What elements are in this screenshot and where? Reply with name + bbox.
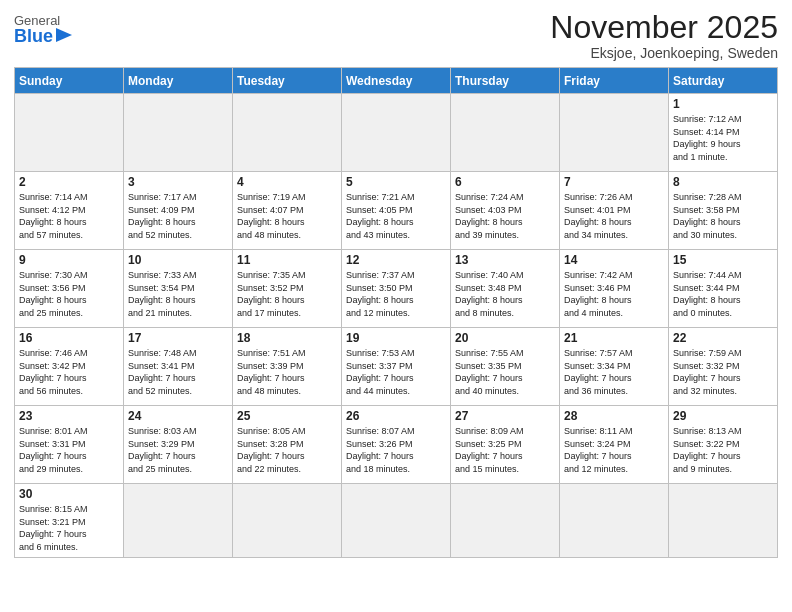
day-number: 23	[19, 409, 119, 423]
table-row	[342, 484, 451, 557]
day-info: Sunrise: 7:46 AM Sunset: 3:42 PM Dayligh…	[19, 347, 119, 397]
table-row: 27Sunrise: 8:09 AM Sunset: 3:25 PM Dayli…	[451, 406, 560, 484]
table-row: 17Sunrise: 7:48 AM Sunset: 3:41 PM Dayli…	[124, 328, 233, 406]
day-info: Sunrise: 7:26 AM Sunset: 4:01 PM Dayligh…	[564, 191, 664, 241]
day-number: 6	[455, 175, 555, 189]
table-row	[124, 484, 233, 557]
table-row: 2Sunrise: 7:14 AM Sunset: 4:12 PM Daylig…	[15, 172, 124, 250]
table-row: 13Sunrise: 7:40 AM Sunset: 3:48 PM Dayli…	[451, 250, 560, 328]
table-row	[342, 94, 451, 172]
day-number: 7	[564, 175, 664, 189]
table-row: 25Sunrise: 8:05 AM Sunset: 3:28 PM Dayli…	[233, 406, 342, 484]
day-number: 21	[564, 331, 664, 345]
day-info: Sunrise: 8:13 AM Sunset: 3:22 PM Dayligh…	[673, 425, 773, 475]
day-info: Sunrise: 7:59 AM Sunset: 3:32 PM Dayligh…	[673, 347, 773, 397]
col-friday: Friday	[560, 68, 669, 94]
table-row: 16Sunrise: 7:46 AM Sunset: 3:42 PM Dayli…	[15, 328, 124, 406]
day-number: 27	[455, 409, 555, 423]
col-monday: Monday	[124, 68, 233, 94]
day-info: Sunrise: 7:24 AM Sunset: 4:03 PM Dayligh…	[455, 191, 555, 241]
day-number: 14	[564, 253, 664, 267]
table-row: 22Sunrise: 7:59 AM Sunset: 3:32 PM Dayli…	[669, 328, 778, 406]
col-sunday: Sunday	[15, 68, 124, 94]
table-row: 9Sunrise: 7:30 AM Sunset: 3:56 PM Daylig…	[15, 250, 124, 328]
table-row	[233, 484, 342, 557]
day-number: 30	[19, 487, 119, 501]
table-row: 30Sunrise: 8:15 AM Sunset: 3:21 PM Dayli…	[15, 484, 124, 557]
table-row: 20Sunrise: 7:55 AM Sunset: 3:35 PM Dayli…	[451, 328, 560, 406]
day-number: 29	[673, 409, 773, 423]
day-info: Sunrise: 7:33 AM Sunset: 3:54 PM Dayligh…	[128, 269, 228, 319]
table-row: 11Sunrise: 7:35 AM Sunset: 3:52 PM Dayli…	[233, 250, 342, 328]
table-row	[124, 94, 233, 172]
day-number: 25	[237, 409, 337, 423]
day-info: Sunrise: 7:57 AM Sunset: 3:34 PM Dayligh…	[564, 347, 664, 397]
day-info: Sunrise: 8:07 AM Sunset: 3:26 PM Dayligh…	[346, 425, 446, 475]
table-row	[669, 484, 778, 557]
table-row: 3Sunrise: 7:17 AM Sunset: 4:09 PM Daylig…	[124, 172, 233, 250]
day-info: Sunrise: 7:48 AM Sunset: 3:41 PM Dayligh…	[128, 347, 228, 397]
day-number: 26	[346, 409, 446, 423]
logo-triangle-icon	[56, 28, 72, 42]
table-row: 5Sunrise: 7:21 AM Sunset: 4:05 PM Daylig…	[342, 172, 451, 250]
day-number: 11	[237, 253, 337, 267]
col-thursday: Thursday	[451, 68, 560, 94]
day-number: 3	[128, 175, 228, 189]
day-info: Sunrise: 8:01 AM Sunset: 3:31 PM Dayligh…	[19, 425, 119, 475]
day-number: 9	[19, 253, 119, 267]
day-info: Sunrise: 8:09 AM Sunset: 3:25 PM Dayligh…	[455, 425, 555, 475]
day-number: 28	[564, 409, 664, 423]
day-info: Sunrise: 7:28 AM Sunset: 3:58 PM Dayligh…	[673, 191, 773, 241]
day-number: 24	[128, 409, 228, 423]
table-row: 4Sunrise: 7:19 AM Sunset: 4:07 PM Daylig…	[233, 172, 342, 250]
day-info: Sunrise: 7:12 AM Sunset: 4:14 PM Dayligh…	[673, 113, 773, 163]
table-row: 15Sunrise: 7:44 AM Sunset: 3:44 PM Dayli…	[669, 250, 778, 328]
day-number: 12	[346, 253, 446, 267]
day-number: 16	[19, 331, 119, 345]
table-row	[560, 94, 669, 172]
day-number: 15	[673, 253, 773, 267]
day-number: 1	[673, 97, 773, 111]
calendar-subtitle: Eksjoe, Joenkoeping, Sweden	[550, 45, 778, 61]
day-info: Sunrise: 7:53 AM Sunset: 3:37 PM Dayligh…	[346, 347, 446, 397]
table-row: 19Sunrise: 7:53 AM Sunset: 3:37 PM Dayli…	[342, 328, 451, 406]
day-number: 4	[237, 175, 337, 189]
header: General Blue November 2025 Eksjoe, Joenk…	[14, 10, 778, 61]
day-info: Sunrise: 7:55 AM Sunset: 3:35 PM Dayligh…	[455, 347, 555, 397]
day-number: 8	[673, 175, 773, 189]
table-row: 14Sunrise: 7:42 AM Sunset: 3:46 PM Dayli…	[560, 250, 669, 328]
table-row	[233, 94, 342, 172]
day-info: Sunrise: 8:03 AM Sunset: 3:29 PM Dayligh…	[128, 425, 228, 475]
table-row: 21Sunrise: 7:57 AM Sunset: 3:34 PM Dayli…	[560, 328, 669, 406]
day-number: 19	[346, 331, 446, 345]
table-row: 23Sunrise: 8:01 AM Sunset: 3:31 PM Dayli…	[15, 406, 124, 484]
table-row: 7Sunrise: 7:26 AM Sunset: 4:01 PM Daylig…	[560, 172, 669, 250]
table-row: 1Sunrise: 7:12 AM Sunset: 4:14 PM Daylig…	[669, 94, 778, 172]
table-row: 12Sunrise: 7:37 AM Sunset: 3:50 PM Dayli…	[342, 250, 451, 328]
table-row: 24Sunrise: 8:03 AM Sunset: 3:29 PM Dayli…	[124, 406, 233, 484]
day-info: Sunrise: 7:19 AM Sunset: 4:07 PM Dayligh…	[237, 191, 337, 241]
day-number: 22	[673, 331, 773, 345]
day-info: Sunrise: 7:17 AM Sunset: 4:09 PM Dayligh…	[128, 191, 228, 241]
day-info: Sunrise: 7:42 AM Sunset: 3:46 PM Dayligh…	[564, 269, 664, 319]
day-info: Sunrise: 7:14 AM Sunset: 4:12 PM Dayligh…	[19, 191, 119, 241]
svg-marker-0	[56, 28, 72, 42]
day-info: Sunrise: 8:15 AM Sunset: 3:21 PM Dayligh…	[19, 503, 119, 553]
table-row	[15, 94, 124, 172]
day-info: Sunrise: 7:40 AM Sunset: 3:48 PM Dayligh…	[455, 269, 555, 319]
calendar-table: Sunday Monday Tuesday Wednesday Thursday…	[14, 67, 778, 557]
day-number: 5	[346, 175, 446, 189]
day-number: 20	[455, 331, 555, 345]
day-info: Sunrise: 7:37 AM Sunset: 3:50 PM Dayligh…	[346, 269, 446, 319]
calendar-header-row: Sunday Monday Tuesday Wednesday Thursday…	[15, 68, 778, 94]
day-number: 10	[128, 253, 228, 267]
table-row: 6Sunrise: 7:24 AM Sunset: 4:03 PM Daylig…	[451, 172, 560, 250]
day-info: Sunrise: 7:51 AM Sunset: 3:39 PM Dayligh…	[237, 347, 337, 397]
table-row: 28Sunrise: 8:11 AM Sunset: 3:24 PM Dayli…	[560, 406, 669, 484]
table-row	[451, 484, 560, 557]
day-number: 2	[19, 175, 119, 189]
table-row: 8Sunrise: 7:28 AM Sunset: 3:58 PM Daylig…	[669, 172, 778, 250]
day-number: 17	[128, 331, 228, 345]
table-row: 10Sunrise: 7:33 AM Sunset: 3:54 PM Dayli…	[124, 250, 233, 328]
day-number: 18	[237, 331, 337, 345]
